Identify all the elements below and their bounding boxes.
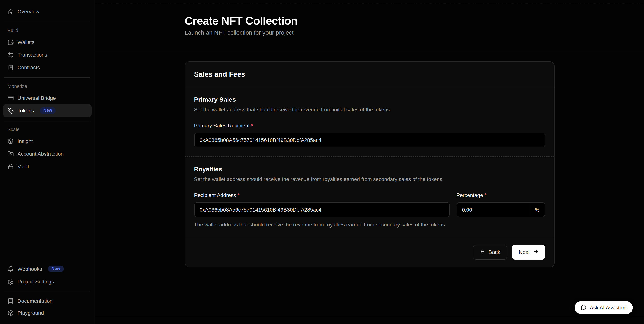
sidebar-section-build: Build (3, 27, 92, 33)
sidebar-section-monetize: Monetize (3, 83, 92, 89)
sidebar-divider (4, 77, 90, 78)
main-content: Create NFT Collection Launch an NFT coll… (95, 0, 644, 324)
sidebar-item-label: Tokens (18, 108, 34, 114)
gear-icon (8, 278, 14, 285)
coins-icon (8, 107, 14, 114)
primary-sales-description: Set the wallet address that should recei… (194, 106, 545, 113)
sidebar-item-label: Vault (18, 163, 29, 169)
new-badge: New (40, 107, 56, 114)
arrow-left-icon (480, 249, 486, 256)
folder-icon (8, 151, 14, 157)
card-header: Sales and Fees (185, 62, 554, 87)
sidebar: Overview Build Wallets Transactions Cont… (0, 0, 95, 324)
sidebar-item-label: Insight (18, 138, 33, 144)
royalties-recipient-input[interactable] (194, 202, 450, 217)
royalties-description: Set the wallet address should receive th… (194, 176, 545, 182)
cube-icon (8, 310, 14, 316)
sidebar-divider (4, 121, 90, 121)
bridge-card-icon (8, 95, 14, 101)
royalties-section: Royalties Set the wallet address should … (185, 157, 554, 237)
sidebar-item-documentation[interactable]: Documentation (3, 295, 92, 307)
sidebar-item-label: Universal Bridge (18, 95, 56, 101)
royalties-percentage-label: Percentage * (456, 192, 545, 199)
royalties-helper-text: The wallet address that should receive t… (194, 222, 450, 228)
required-asterisk: * (238, 192, 240, 199)
arrow-right-icon (533, 249, 538, 256)
page-subtitle: Launch an NFT collection for your projec… (185, 29, 554, 37)
sidebar-item-label: Webhooks (18, 266, 42, 272)
royalties-recipient-label: Recipient Address * (194, 192, 450, 199)
sidebar-item-wallets[interactable]: Wallets (3, 36, 92, 48)
sidebar-item-webhooks[interactable]: Webhooks New (3, 263, 92, 275)
sidebar-item-account-abstraction[interactable]: Account Abstraction (3, 147, 92, 160)
sidebar-item-insight[interactable]: Insight (3, 135, 92, 147)
chat-bubble-icon (581, 304, 587, 311)
sidebar-divider (4, 21, 90, 22)
new-badge: New (48, 265, 64, 273)
royalties-heading: Royalties (194, 166, 545, 173)
sidebar-item-label: Documentation (18, 298, 52, 304)
page-title: Create NFT Collection (185, 14, 554, 27)
back-button[interactable]: Back (473, 245, 507, 260)
sidebar-item-universal-bridge[interactable]: Universal Bridge (3, 92, 92, 104)
sales-and-fees-card: Sales and Fees Primary Sales Set the wal… (185, 61, 554, 267)
lock-icon (8, 163, 14, 170)
royalties-percentage-field: % (456, 202, 545, 217)
sidebar-item-label: Project Settings (18, 279, 54, 285)
sidebar-item-label: Transactions (18, 52, 47, 58)
transactions-icon (8, 51, 14, 58)
required-asterisk: * (251, 122, 253, 129)
ask-ai-assistant-button[interactable]: Ask AI Assistant (575, 301, 633, 314)
book-icon (8, 298, 14, 304)
next-button[interactable]: Next (512, 245, 545, 260)
content-frame: Create NFT Collection Launch an NFT coll… (95, 3, 644, 316)
primary-sales-heading: Primary Sales (194, 96, 545, 103)
sidebar-item-label: Wallets (18, 39, 34, 45)
sidebar-item-playground[interactable]: Playground (3, 307, 92, 319)
sidebar-item-label: Contracts (18, 64, 40, 70)
sidebar-spacer (3, 173, 92, 263)
sidebar-item-contracts[interactable]: Contracts (3, 61, 92, 74)
card-title: Sales and Fees (194, 69, 545, 79)
card-footer: Back Next (185, 237, 554, 267)
page-header: Create NFT Collection Launch an NFT coll… (95, 3, 644, 51)
sidebar-item-vault[interactable]: Vault (3, 160, 92, 173)
sidebar-item-overview[interactable]: Overview (3, 5, 92, 18)
sidebar-item-label: Overview (18, 8, 39, 14)
sidebar-item-transactions[interactable]: Transactions (3, 48, 92, 61)
percent-suffix: % (530, 203, 545, 217)
sidebar-divider (4, 292, 90, 292)
package-search-icon (8, 138, 14, 144)
sidebar-section-scale: Scale (3, 127, 92, 132)
primary-sales-recipient-label: Primary Sales Recipient * (194, 122, 545, 129)
sidebar-item-tokens[interactable]: Tokens New (3, 104, 92, 117)
bell-icon (8, 266, 14, 272)
royalties-percentage-input[interactable] (457, 203, 530, 217)
sidebar-item-label: Playground (18, 310, 44, 316)
sidebar-item-label: Account Abstraction (18, 151, 64, 157)
sidebar-item-project-settings[interactable]: Project Settings (3, 275, 92, 288)
app-window: Overview Build Wallets Transactions Cont… (0, 0, 644, 324)
wallet-icon (8, 39, 14, 45)
contract-icon (8, 64, 14, 71)
primary-sales-recipient-input[interactable] (194, 133, 545, 147)
required-asterisk: * (484, 192, 486, 199)
primary-sales-section: Primary Sales Set the wallet address tha… (185, 87, 554, 157)
home-icon (8, 8, 14, 15)
